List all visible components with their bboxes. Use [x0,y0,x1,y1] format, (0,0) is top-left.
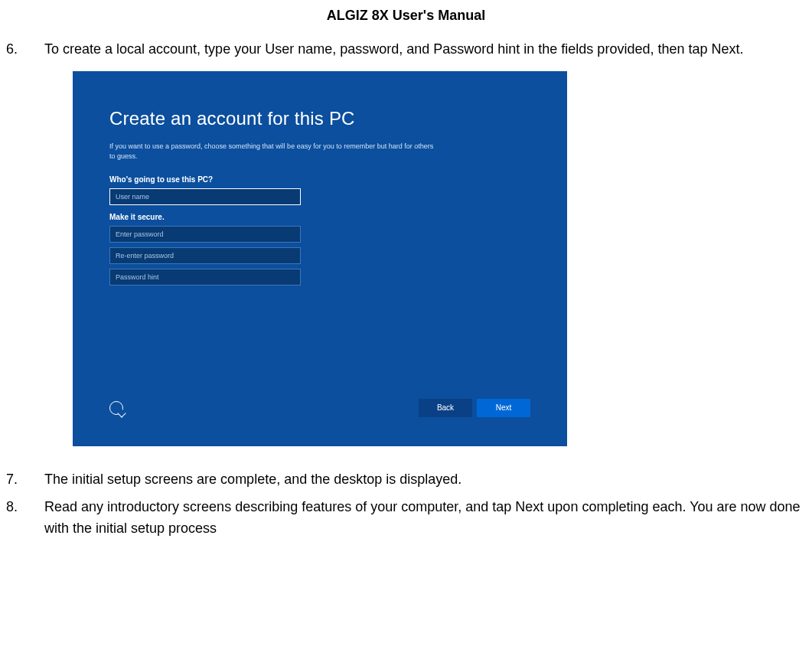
step-marker: 8. [6,497,44,540]
step-text: Read any introductory screens describing… [44,497,806,540]
screenshot-description: If you want to use a password, choose so… [109,142,439,162]
back-button[interactable]: Back [419,399,472,417]
step-marker: 7. [6,469,44,491]
step-text: To create a local account, type your Use… [44,39,806,60]
secure-label: Make it secure. [109,213,530,221]
step-marker: 6. [6,39,44,60]
windows-setup-screenshot: Create an account for this PC If you wan… [73,71,567,446]
password-placeholder: Enter password [116,230,164,238]
who-label: Who's going to use this PC? [109,175,530,184]
reenter-password-placeholder: Re-enter password [116,252,174,259]
password-field[interactable]: Enter password [109,226,301,243]
ease-of-access-icon[interactable] [109,401,123,415]
step-8: 8. Read any introductory screens describ… [6,497,806,540]
username-placeholder: User name [116,193,149,201]
instruction-list-continued: 7. The initial setup screens are complet… [0,469,812,540]
screenshot-heading: Create an account for this PC [109,108,530,129]
step-text: The initial setup screens are complete, … [44,469,806,491]
step-7: 7. The initial setup screens are complet… [6,469,806,491]
screenshot-figure: Create an account for this PC If you wan… [73,71,812,446]
username-field[interactable]: User name [109,188,301,205]
instruction-list: 6. To create a local account, type your … [0,39,812,60]
next-button[interactable]: Next [477,399,530,417]
password-hint-field[interactable]: Password hint [109,269,301,286]
password-hint-placeholder: Password hint [116,273,159,281]
document-title: ALGIZ 8X User's Manual [0,8,812,24]
reenter-password-field[interactable]: Re-enter password [109,247,301,264]
step-6: 6. To create a local account, type your … [6,39,806,60]
